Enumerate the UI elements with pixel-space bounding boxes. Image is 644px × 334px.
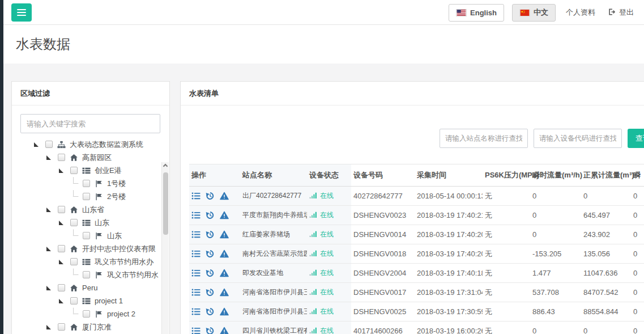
tree-node[interactable]: 开封中志中控仪表有限	[20, 242, 161, 255]
detail-list-icon[interactable]	[191, 327, 201, 334]
detail-list-icon[interactable]	[191, 288, 201, 297]
history-icon[interactable]	[206, 307, 215, 316]
tree-checkbox[interactable]	[58, 245, 65, 252]
site-name-cell[interactable]: 红庙姜家养猪场	[240, 225, 307, 244]
tree-node[interactable]: 高新园区	[20, 151, 161, 164]
row-actions	[189, 244, 240, 263]
tree-checkbox[interactable]	[83, 310, 90, 318]
site-name-cell[interactable]: 出厂402728642777	[240, 187, 307, 205]
language-english-button[interactable]: English	[449, 4, 504, 22]
tree-checkbox[interactable]	[58, 284, 65, 291]
site-name-cell[interactable]: 河南省洛阳市伊川县三...	[240, 283, 307, 302]
tree-node[interactable]: 创业E港	[20, 164, 161, 177]
site-name-cell[interactable]: 河南省洛阳市伊川县三...	[240, 302, 307, 321]
alarm-icon[interactable]	[220, 211, 229, 219]
tree-checkbox[interactable]	[58, 154, 65, 161]
detail-list-icon[interactable]	[191, 211, 201, 219]
device-code-search-input[interactable]	[534, 129, 622, 148]
tree-checkbox[interactable]	[70, 167, 78, 174]
history-icon[interactable]	[206, 327, 215, 334]
tree-expander-icon[interactable]	[58, 219, 66, 227]
site-name-cell[interactable]: 平度市新翔肉牛养殖场	[240, 206, 307, 225]
tree-node[interactable]: project 2	[20, 307, 161, 320]
tree-checkbox[interactable]	[83, 232, 90, 239]
site-name-search-input[interactable]	[440, 129, 528, 148]
collect-time-cell: 2018-03-19 17:31:04	[415, 283, 483, 302]
status-badge: 在线	[320, 307, 334, 316]
detail-list-icon[interactable]	[191, 192, 201, 200]
tree-checkbox[interactable]	[45, 141, 53, 148]
tree-expander-icon[interactable]	[58, 297, 66, 305]
tree-expander-icon[interactable]	[45, 206, 53, 214]
alarm-icon[interactable]	[220, 250, 229, 258]
alarm-icon[interactable]	[220, 307, 229, 316]
tree-node[interactable]: Peru	[20, 281, 161, 294]
tree-expander-icon[interactable]	[45, 245, 53, 253]
tree-checkbox[interactable]	[70, 258, 78, 265]
topbar: English 中文 个人资料 登出	[3, 0, 644, 25]
flow-cell: 537.708	[530, 283, 581, 302]
tree-checkbox[interactable]	[58, 323, 65, 331]
history-icon[interactable]	[206, 250, 215, 258]
region-filter-panel: 区域过滤 大表动态数据监测系统 高新园区 创业E港 1号楼 2号楼 山东省 山东…	[11, 81, 170, 334]
site-name-cell[interactable]: 即发农业基地	[240, 264, 307, 282]
scrollbar-thumb[interactable]	[163, 172, 168, 235]
language-chinese-button[interactable]: 中文	[512, 4, 556, 22]
site-name-cell[interactable]: 南村无公害蔬菜示范园	[240, 244, 307, 263]
alarm-icon[interactable]	[220, 327, 229, 334]
tree-expander-icon[interactable]	[45, 323, 53, 331]
alarm-icon[interactable]	[220, 269, 229, 277]
collect-time-cell: 2018-03-19 17:40:20	[415, 225, 483, 244]
tree-node[interactable]: 山东	[20, 229, 161, 242]
tree-expander-icon[interactable]	[33, 141, 41, 149]
app-window: English 中文 个人资料 登出 水表数据 区域过滤 大表动态数据监测系统 …	[0, 0, 644, 334]
history-icon[interactable]	[206, 230, 215, 239]
device-status-cell: 在线	[307, 244, 351, 263]
tree-node[interactable]: 巩义市节约用水办	[20, 255, 161, 268]
history-icon[interactable]	[206, 192, 215, 200]
detail-list-icon[interactable]	[191, 250, 201, 258]
tree-node[interactable]: 大表动态数据监测系统	[20, 138, 161, 151]
tree-expander-icon[interactable]	[58, 258, 66, 266]
logout-link[interactable]: 登出	[605, 7, 636, 18]
history-icon[interactable]	[206, 269, 215, 277]
signal-icon	[309, 269, 320, 277]
page-title: 水表数据	[16, 35, 70, 53]
tree-scrollbar[interactable]	[161, 162, 169, 334]
detail-list-icon[interactable]	[191, 230, 201, 239]
tree-checkbox[interactable]	[70, 219, 78, 226]
keyword-search-input[interactable]	[20, 114, 160, 133]
query-button[interactable]: 查询	[628, 129, 644, 148]
detail-list-icon[interactable]	[191, 269, 201, 277]
tree-checkbox[interactable]	[83, 180, 90, 187]
tree-node[interactable]: 山东省	[20, 203, 161, 216]
site-name-cell[interactable]: 四川省川铁枕梁工程有...	[240, 322, 307, 334]
col-header-extra: 瞬	[631, 164, 644, 186]
history-icon[interactable]	[206, 288, 215, 297]
tree-node[interactable]: 巩义市节约用水	[20, 268, 161, 281]
tree-node[interactable]: 山东	[20, 216, 161, 229]
tree-checkbox[interactable]	[70, 297, 78, 305]
alarm-icon[interactable]	[220, 192, 229, 200]
detail-list-icon[interactable]	[191, 307, 201, 316]
tree-expander-icon[interactable]	[45, 154, 53, 162]
scroll-up-icon[interactable]	[163, 164, 168, 168]
tree-expander-icon[interactable]	[45, 284, 53, 292]
profile-link[interactable]: 个人资料	[564, 7, 598, 18]
tree-checkbox[interactable]	[58, 206, 65, 213]
tree-checkbox[interactable]	[83, 271, 90, 278]
tree-node[interactable]: 2号楼	[20, 190, 161, 203]
alarm-icon[interactable]	[220, 230, 229, 239]
table-row: 出厂402728642777 在线 402728642777 2018-05-1…	[189, 187, 644, 206]
pressure-cell: 无	[483, 225, 530, 244]
tree-expander-icon[interactable]	[58, 167, 66, 175]
tree-node[interactable]: 厦门京准	[20, 320, 161, 333]
device-status-cell: 在线	[307, 322, 351, 334]
menu-toggle-button[interactable]	[11, 3, 32, 22]
tree-checkbox[interactable]	[83, 193, 90, 200]
history-icon[interactable]	[206, 211, 215, 219]
tree-node[interactable]: project 1	[20, 294, 161, 307]
tree-node[interactable]: 1号楼	[20, 177, 161, 190]
alarm-icon[interactable]	[220, 288, 229, 297]
tree-node-label: 开封中志中控仪表有限	[82, 244, 156, 254]
